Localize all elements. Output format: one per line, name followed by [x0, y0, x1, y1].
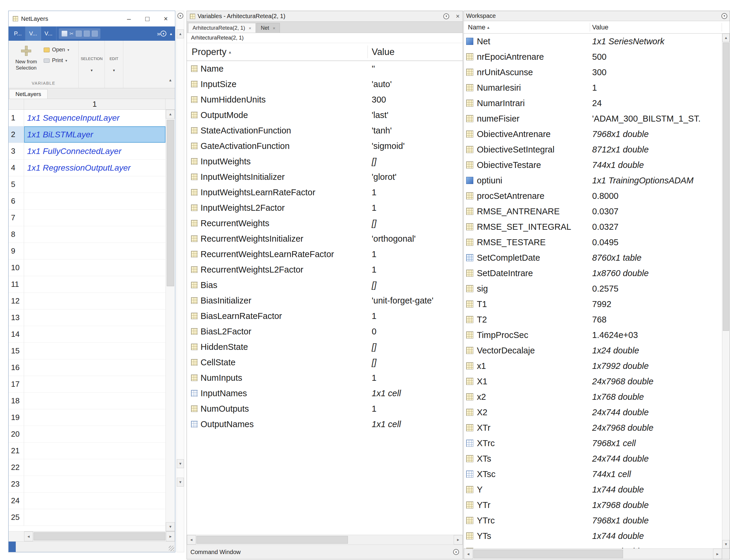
property-row[interactable]: OutputMode 'last' — [187, 107, 462, 123]
table-row[interactable]: 25 — [9, 509, 166, 526]
workspace-row[interactable]: RMSE_SET_INTEGRAL 0.0327 — [464, 219, 722, 235]
row-number[interactable]: 3 — [9, 143, 24, 160]
column-header-name[interactable]: Name ▴ — [464, 23, 489, 31]
table-row[interactable]: 10 — [9, 259, 166, 276]
workspace-row[interactable]: YTr 1x7968 double — [464, 497, 722, 513]
workspace-row[interactable]: RMSE_ANTRENARE 0.0307 — [464, 204, 722, 219]
selection-section-button[interactable]: SELECTION ▾ — [79, 41, 105, 88]
table-row[interactable]: 3 1x1 FullyConnectedLayer — [9, 143, 166, 160]
print-button[interactable]: Print ▾ — [44, 57, 69, 64]
property-row[interactable]: InputWeightsLearnRateFactor 1 — [187, 185, 462, 200]
panel-menu-icon[interactable]: ▾ — [721, 13, 727, 19]
toolstrip-tab-plots[interactable]: P... — [10, 26, 26, 41]
scroll-right-icon[interactable]: ► — [713, 549, 722, 559]
tab-close-icon[interactable]: × — [249, 26, 251, 30]
scroll-right-icon[interactable]: ► — [166, 531, 175, 541]
scrollbar-thumb[interactable] — [34, 532, 166, 540]
document-tab-netlayers[interactable]: NetLayers — [9, 89, 48, 99]
workspace-row[interactable]: X1 24x7968 double — [464, 374, 722, 389]
property-row[interactable]: RecurrentWeights [] — [187, 215, 462, 231]
scroll-down-icon[interactable]: ▼ — [166, 522, 175, 531]
dock-scrollbar[interactable]: ▾ ▲ ▼ ▼ — [177, 11, 184, 552]
scrollbar-thumb[interactable] — [723, 43, 729, 331]
cell-value[interactable]: 1x1 RegressionOutputLayer — [24, 160, 166, 176]
variable-tab[interactable]: Net × — [257, 23, 280, 33]
workspace-row[interactable]: x2 1x768 double — [464, 389, 722, 405]
table-row[interactable]: 7 — [9, 210, 166, 226]
cell-value[interactable] — [24, 176, 166, 193]
workspace-row[interactable]: XTr 24x7968 double — [464, 420, 722, 435]
cell-value[interactable]: 1x1 FullyConnectedLayer — [24, 143, 166, 160]
property-row[interactable]: InputNames 1x1 cell — [187, 386, 462, 401]
toolstrip-menu-icon[interactable]: ▾ — [161, 31, 166, 37]
workspace-row[interactable]: ObiectiveSetIntegral 8712x1 double — [464, 142, 722, 157]
workspace-row[interactable]: nrUnitAscunse 300 — [464, 65, 722, 80]
property-row[interactable]: InputWeightsL2Factor 1 — [187, 200, 462, 215]
cell-value[interactable] — [24, 210, 166, 226]
close-button[interactable]: × — [157, 11, 175, 26]
window-titlebar[interactable]: NetLayers – □ × — [9, 11, 175, 26]
row-number[interactable]: 23 — [9, 476, 24, 493]
table-row[interactable]: 5 — [9, 176, 166, 193]
row-number[interactable]: 24 — [9, 493, 24, 509]
cut-icon[interactable]: ✂ — [70, 31, 74, 36]
paste-icon[interactable] — [84, 31, 90, 37]
scroll-right-icon[interactable]: ► — [454, 535, 462, 545]
property-row[interactable]: RecurrentWeightsLearnRateFactor 1 — [187, 246, 462, 262]
dock-menu-icon[interactable]: ▾ — [177, 13, 183, 19]
table-row[interactable]: 12 — [9, 293, 166, 309]
property-row[interactable]: GateActivationFunction 'sigmoid' — [187, 138, 462, 154]
panel-close-icon[interactable]: × — [456, 13, 460, 20]
vertical-scrollbar[interactable]: ▲ ▼ — [166, 110, 175, 531]
table-row[interactable]: 18 — [9, 393, 166, 409]
property-row[interactable]: BiasLearnRateFactor 1 — [187, 308, 462, 324]
table-row[interactable]: 2 1x1 BiLSTMLayer — [9, 126, 166, 143]
cell-value[interactable] — [24, 309, 166, 326]
workspace-row[interactable]: RMSE_TESTARE 0.0495 — [464, 235, 722, 250]
workspace-row[interactable]: NumarIntrari 24 — [464, 95, 722, 111]
workspace-row[interactable]: ObiectiveAntrenare 7968x1 double — [464, 126, 722, 142]
cell-value[interactable] — [24, 193, 166, 210]
workspace-row[interactable]: Net 1x1 SeriesNetwork — [464, 34, 722, 49]
workspace-row[interactable]: nrEpociAntrenare 500 — [464, 49, 722, 65]
scroll-down-icon[interactable]: ▼ — [177, 459, 184, 468]
table-row[interactable]: 24 — [9, 493, 166, 509]
scroll-left-icon[interactable]: ◄ — [187, 535, 196, 545]
workspace-row[interactable]: NumarIesiri 1 — [464, 80, 722, 95]
save-icon[interactable] — [62, 31, 67, 37]
property-row[interactable]: InputWeightsInitializer 'glorot' — [187, 169, 462, 185]
minimize-button[interactable]: – — [120, 11, 138, 26]
row-number[interactable]: 21 — [9, 443, 24, 459]
workspace-row[interactable]: YTrc 7968x1 double — [464, 513, 722, 528]
row-number[interactable]: 7 — [9, 210, 24, 226]
scrollbar-thumb[interactable] — [167, 120, 174, 286]
cell-value[interactable]: 1x1 SequenceInputLayer — [24, 110, 166, 126]
row-number[interactable]: 14 — [9, 326, 24, 343]
cell-value[interactable] — [24, 326, 166, 343]
cell-value[interactable] — [24, 376, 166, 393]
scroll-down-icon[interactable]: ▼ — [722, 540, 730, 548]
property-row[interactable]: RecurrentWeightsInitializer 'orthogonal' — [187, 231, 462, 246]
cell-value[interactable] — [24, 293, 166, 309]
table-row[interactable]: 20 — [9, 426, 166, 443]
toolstrip-overflow-icon[interactable]: » — [157, 30, 161, 37]
row-number[interactable]: 20 — [9, 426, 24, 443]
workspace-row[interactable]: VectorDecalaje 1x24 double — [464, 343, 722, 358]
workspace-row[interactable]: TimpProcSec 1.4624e+03 — [464, 327, 722, 343]
property-row[interactable]: Name '' — [187, 61, 462, 76]
cell-value[interactable] — [24, 493, 166, 509]
workspace-row[interactable]: optiuni 1x1 TrainingOptionsADAM — [464, 173, 722, 188]
toolstrip-tab-variable[interactable]: V... — [26, 26, 41, 41]
property-row[interactable]: Bias [] — [187, 277, 462, 293]
table-row[interactable]: 15 — [9, 343, 166, 359]
cell-value[interactable] — [24, 259, 166, 276]
panel-menu-icon[interactable]: ▾ — [453, 549, 459, 555]
column-header-value[interactable]: Value — [592, 23, 608, 31]
table-row[interactable]: 22 — [9, 459, 166, 476]
cell-value[interactable] — [24, 509, 166, 526]
cell-value[interactable] — [24, 359, 166, 376]
row-number[interactable]: 4 — [9, 160, 24, 176]
scroll-up-icon[interactable]: ▲ — [166, 110, 175, 119]
cell-value[interactable] — [24, 393, 166, 409]
table-row[interactable]: 11 — [9, 276, 166, 293]
